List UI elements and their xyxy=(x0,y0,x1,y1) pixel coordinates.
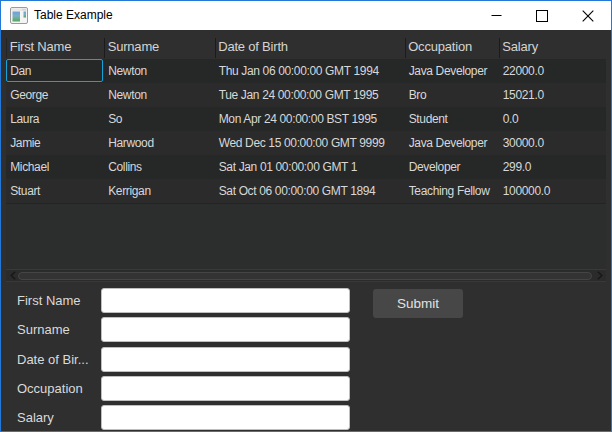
table-cell[interactable]: George xyxy=(7,83,105,107)
column-separator[interactable] xyxy=(104,38,105,58)
table-cell[interactable]: 15021.0 xyxy=(499,83,605,107)
column-header-surname[interactable]: Surname xyxy=(105,35,216,59)
table-cell[interactable]: Laura xyxy=(7,107,105,131)
table-row[interactable]: GeorgeNewtonTue Jan 24 00:00:00 GMT 1995… xyxy=(6,83,606,107)
table-cell[interactable]: 22000.0 xyxy=(499,59,605,83)
table-cell[interactable]: Harwood xyxy=(105,131,216,155)
window-title: Table Example xyxy=(34,1,113,30)
table-cell[interactable]: 30000.0 xyxy=(499,131,605,155)
table-cell[interactable]: So xyxy=(105,107,216,131)
surname-label: Surname xyxy=(17,317,100,342)
close-button[interactable] xyxy=(565,1,611,30)
scroll-right-button[interactable] xyxy=(594,270,605,281)
column-header-first-name[interactable]: First Name xyxy=(7,35,105,59)
app-icon xyxy=(10,7,28,24)
minimize-button[interactable] xyxy=(473,1,519,30)
column-header-salary[interactable]: Salary xyxy=(499,35,605,59)
column-separator[interactable] xyxy=(215,38,216,58)
table-cell[interactable]: Developer xyxy=(405,155,499,179)
occupation-label: Occupation xyxy=(17,376,100,401)
table-cell[interactable]: Java Developer xyxy=(405,59,499,83)
table-cell[interactable]: Dan xyxy=(7,59,105,83)
table-empty-area xyxy=(6,203,606,269)
horizontal-scrollbar[interactable] xyxy=(6,269,606,282)
scroll-left-button[interactable] xyxy=(7,270,18,281)
table-cell[interactable]: Collins xyxy=(105,155,216,179)
table-cell[interactable]: Michael xyxy=(7,155,105,179)
column-separator[interactable] xyxy=(499,38,500,58)
table-row[interactable]: DanNewtonThu Jan 06 00:00:00 GMT 1994Jav… xyxy=(6,59,606,83)
table-cell[interactable]: Mon Apr 24 00:00:00 BST 1995 xyxy=(215,107,405,131)
table-cell[interactable]: Sat Oct 06 00:00:00 GMT 1894 xyxy=(215,179,405,203)
maximize-button[interactable] xyxy=(519,1,565,30)
table-cell[interactable]: 100000.0 xyxy=(499,179,605,203)
table-cell[interactable]: Java Developer xyxy=(405,131,499,155)
scrollbar-thumb[interactable] xyxy=(18,272,592,280)
first-name-field[interactable] xyxy=(101,288,350,313)
table-cell[interactable]: Sat Jan 01 00:00:00 GMT 1 xyxy=(215,155,405,179)
table-row[interactable]: StuartKerriganSat Oct 06 00:00:00 GMT 18… xyxy=(6,179,606,203)
people-table: First NameSurnameDate of BirthOccupation… xyxy=(6,30,606,282)
scroll-left-icon xyxy=(10,271,16,280)
column-separator[interactable] xyxy=(405,38,406,58)
table-cell[interactable]: Tue Jan 24 00:00:00 GMT 1995 xyxy=(215,83,405,107)
table-cell[interactable]: Newton xyxy=(105,59,216,83)
maximize-icon xyxy=(536,10,548,22)
column-header-occupation[interactable]: Occupation xyxy=(405,35,499,59)
submit-button[interactable]: Submit xyxy=(373,289,463,318)
table-row[interactable]: JamieHarwoodWed Dec 15 00:00:00 GMT 9999… xyxy=(6,131,606,155)
column-header-date-of-birth[interactable]: Date of Birth xyxy=(215,35,405,59)
date-of-birth-label: Date of Bir... xyxy=(17,347,100,372)
table-cell[interactable]: Kerrigan xyxy=(105,179,216,203)
first-name-label: First Name xyxy=(17,288,100,313)
table-row[interactable]: MichaelCollinsSat Jan 01 00:00:00 GMT 1D… xyxy=(6,155,606,179)
table-cell[interactable]: Bro xyxy=(405,83,499,107)
table-row[interactable]: LauraSoMon Apr 24 00:00:00 BST 1995Stude… xyxy=(6,107,606,131)
table-cell[interactable]: Student xyxy=(405,107,499,131)
table-cell[interactable]: Wed Dec 15 00:00:00 GMT 9999 xyxy=(215,131,405,155)
table-header-row: First NameSurnameDate of BirthOccupation… xyxy=(6,30,606,59)
scroll-right-icon xyxy=(597,271,603,280)
table-cell[interactable]: 0.0 xyxy=(499,107,605,131)
date-of-birth-field[interactable] xyxy=(101,347,350,372)
table-cell[interactable]: Teaching Fellow xyxy=(405,179,499,203)
surname-field[interactable] xyxy=(101,317,350,342)
table-cell[interactable]: Newton xyxy=(105,83,216,107)
salary-label: Salary xyxy=(17,405,100,430)
table-cell[interactable]: Thu Jan 06 00:00:00 GMT 1994 xyxy=(215,59,405,83)
app-window: Table Example First NameSurnameDate of B… xyxy=(0,0,612,432)
occupation-field[interactable] xyxy=(101,376,350,401)
salary-field[interactable] xyxy=(101,405,350,430)
close-icon xyxy=(582,10,594,22)
table-cell[interactable]: 299.0 xyxy=(499,155,605,179)
minimize-icon xyxy=(491,10,502,21)
titlebar[interactable]: Table Example xyxy=(1,1,611,30)
table-cell[interactable]: Jamie xyxy=(7,131,105,155)
table-cell[interactable]: Stuart xyxy=(7,179,105,203)
